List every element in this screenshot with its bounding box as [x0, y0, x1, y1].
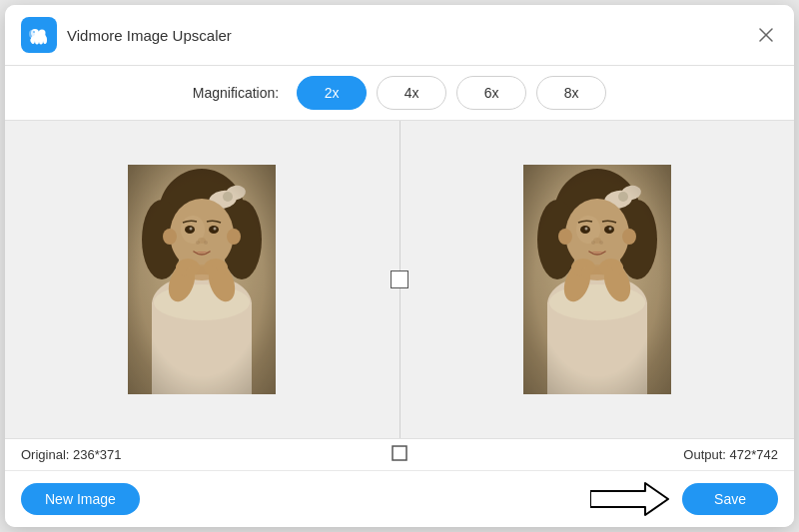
divider-box: [391, 270, 408, 288]
svg-point-2: [39, 30, 46, 37]
title-bar: Vidmore Image Upscaler: [5, 5, 794, 66]
new-image-button[interactable]: New Image: [21, 483, 140, 515]
output-size-label: Output: 472*742: [400, 447, 778, 462]
output-photo: [523, 165, 671, 394]
svg-rect-40: [128, 165, 276, 394]
app-window: Vidmore Image Upscaler Magnification: 2x…: [5, 5, 794, 527]
original-portrait-svg: [128, 165, 276, 394]
app-icon: [21, 17, 57, 53]
app-title: Vidmore Image Upscaler: [67, 27, 778, 44]
svg-point-4: [35, 38, 39, 45]
close-icon: [758, 27, 774, 43]
original-image-panel: [5, 121, 400, 438]
original-photo: [128, 165, 276, 394]
svg-point-8: [33, 31, 35, 33]
divider-center-icon: [391, 444, 408, 466]
svg-point-5: [39, 38, 43, 45]
mag-8x-button[interactable]: 8x: [536, 76, 606, 110]
svg-marker-72: [590, 483, 668, 515]
svg-rect-70: [523, 165, 671, 394]
output-portrait-svg: [523, 165, 671, 394]
output-image-panel: [400, 121, 795, 438]
arrow-right-icon: [590, 481, 670, 517]
comparison-area: [5, 120, 794, 439]
divider-handle[interactable]: [391, 270, 408, 288]
elephant-icon: [27, 23, 51, 47]
compare-icon: [391, 444, 408, 462]
arrow-save-area: Save: [140, 481, 778, 517]
info-bar: Original: 236*371 Output: 472*742: [5, 439, 794, 470]
close-button[interactable]: [754, 23, 778, 47]
svg-rect-71: [393, 446, 406, 460]
svg-point-6: [43, 36, 47, 44]
mag-2x-button[interactable]: 2x: [297, 76, 367, 110]
magnification-label: Magnification:: [193, 85, 279, 101]
mag-4x-button[interactable]: 4x: [377, 76, 446, 110]
save-button[interactable]: Save: [682, 483, 778, 515]
mag-6x-button[interactable]: 6x: [456, 76, 526, 110]
action-bar: New Image Save: [5, 470, 794, 527]
magnification-bar: Magnification: 2x 4x 6x 8x: [5, 66, 794, 120]
original-size-label: Original: 236*371: [21, 447, 400, 462]
arrow-icon-svg: [590, 481, 670, 517]
